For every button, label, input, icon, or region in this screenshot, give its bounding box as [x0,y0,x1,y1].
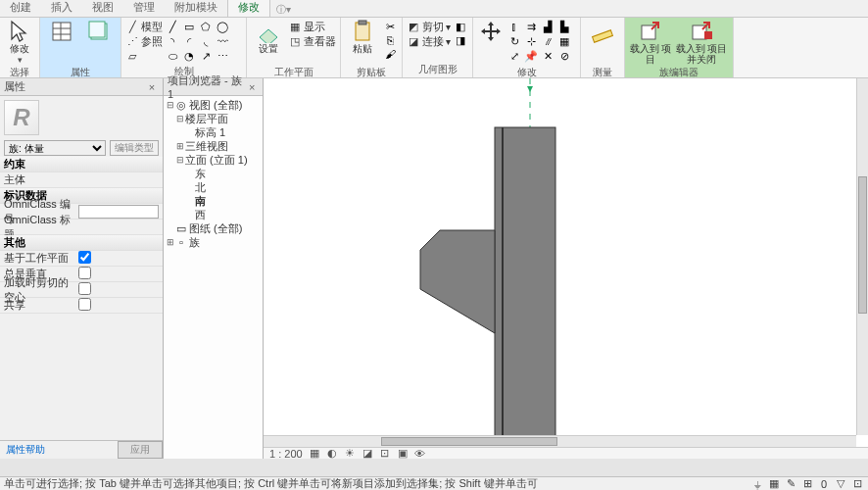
omni-num-input[interactable] [78,205,159,219]
scale-button[interactable]: ⤢ [506,49,522,63]
tab-insert[interactable]: 插入 [41,0,82,17]
split-button[interactable]: ⫽ [540,34,555,48]
unpin-button[interactable]: ✕ [540,49,555,63]
node-sheets[interactable]: ▭图纸 (全部) [166,221,261,235]
node-families[interactable]: ⊞▫族 [166,235,261,249]
mirror-button[interactable]: ▟ [540,20,555,33]
load-into-project-button[interactable]: 载入到 项目 [629,20,672,65]
shadow-icon[interactable]: ◪ [362,449,373,459]
node-3dviews[interactable]: ⊞三维视图 [166,139,261,153]
node-west[interactable]: 西 [166,208,261,221]
status-icon-7[interactable]: ⊡ [850,478,864,490]
node-floorplans[interactable]: ⊟楼层平面 [166,112,261,125]
trim-button[interactable]: ⊹ [523,34,539,48]
tab-addins[interactable]: 附加模块 [165,0,227,17]
node-views[interactable]: ⊟◎视图 (全部) [166,98,261,112]
status-icon-3[interactable]: ✎ [784,478,797,490]
status-icon-1[interactable]: ⏚ [750,478,764,490]
draw-spline[interactable]: 〰 [215,34,230,48]
draw-more[interactable]: ⋯ [215,49,230,63]
tab-manage[interactable]: 管理 [123,0,165,17]
array-button[interactable]: ▦ [556,34,572,48]
node-south[interactable]: 南 [166,194,261,208]
properties-help-link[interactable]: 属性帮助 [0,441,51,459]
draw-circ[interactable]: ◯ [215,20,230,33]
svg-rect-8 [593,30,613,42]
mirror2-button[interactable]: ▙ [556,20,572,33]
family-selector[interactable]: 族: 体量 [4,140,106,156]
family-types-icon [87,20,111,43]
sun-path-icon[interactable]: ☀ [344,449,356,459]
pin-button[interactable]: 📌 [523,49,539,63]
modify-button[interactable]: 修改 [2,20,37,55]
apply-button[interactable]: 应用 [118,441,163,459]
rotate-button[interactable]: ↻ [506,34,522,48]
edit-type-button[interactable]: 编辑类型 [110,140,159,156]
copy-button[interactable]: ⎘ [382,33,398,47]
draw-arc1[interactable]: ◝ [165,34,180,48]
ref-plane-button[interactable]: ▱ [125,49,163,64]
set-workplane-button[interactable]: 设置 [251,20,286,65]
properties-close[interactable]: × [145,81,159,93]
draw-ellipse[interactable]: ⬭ [165,49,180,63]
offset-button[interactable]: ⇉ [523,20,539,33]
always-vert-checkbox[interactable] [78,267,91,279]
tab-create[interactable]: 创建 [0,0,41,17]
tab-view[interactable]: 视图 [82,0,123,17]
status-icon-4[interactable]: ⊞ [800,478,814,490]
panel-label-properties: 属性 [44,65,117,78]
group-constraints[interactable]: 约束 [0,157,163,172]
drawing-canvas[interactable]: 1 : 200 ▦ ◐ ☀ ◪ ⊡ ▣ 👁 [264,78,868,459]
detail-level-icon[interactable]: ▦ [309,449,320,459]
draw-pick[interactable]: ↗ [198,49,214,63]
workplane-based-checkbox[interactable] [78,251,91,264]
properties-button[interactable] [44,20,79,65]
tab-modify[interactable]: 修改 [227,0,270,17]
show-workplane-button[interactable]: ▦显示 [288,20,336,34]
draw-rect[interactable]: ▭ [181,20,197,33]
browser-close[interactable]: × [245,81,259,93]
node-elevations[interactable]: ⊟立面 (立面 1) [166,153,261,167]
paste-button[interactable]: 粘贴 [345,20,380,65]
help-icon[interactable]: ⓘ▾ [276,3,291,17]
match-button[interactable]: 🖌 [382,47,398,61]
measure-button[interactable] [585,20,620,65]
scale-display[interactable]: 1 : 200 [269,448,303,460]
crop-icon[interactable]: ⊡ [379,449,391,459]
draw-poly[interactable]: ⬠ [198,20,214,33]
draw-line[interactable]: ╱ [165,20,180,33]
draw-arc2[interactable]: ◜ [181,34,197,48]
canvas-scrollbar-h[interactable] [264,435,856,447]
status-icon-5[interactable]: 0 [817,478,831,490]
join-geom-button[interactable]: ◪连接 ▾ [407,34,451,49]
panel-label-clipboard: 剪贴板 [345,65,398,78]
status-icon-2[interactable]: ▦ [767,478,781,490]
move-button[interactable] [477,20,505,65]
align-button[interactable]: ⫿ [506,20,522,33]
geom-tool-1[interactable]: ◧ [453,20,468,33]
status-icon-6[interactable]: ▽ [834,478,847,490]
group-other[interactable]: 其他 [0,235,163,251]
family-types-button[interactable] [81,20,117,65]
node-east[interactable]: 东 [166,167,261,180]
viewer-button[interactable]: ◳查看器 [288,34,336,49]
shared-checkbox[interactable] [78,298,91,311]
node-level1[interactable]: 标高 1 [166,125,261,139]
cut-geom-button[interactable]: ◩剪切 ▾ [407,20,451,34]
load-icon [639,20,662,43]
geom-tool-2[interactable]: ◨ [453,33,468,47]
cut-button[interactable]: ✂ [382,20,398,33]
hide-icon[interactable]: 👁 [414,449,426,459]
cut-voids-checkbox[interactable] [78,282,91,295]
load-into-project-close-button[interactable]: 载入到 项目并关闭 [674,20,729,65]
canvas-scrollbar-v[interactable] [856,78,868,435]
visual-style-icon[interactable]: ◐ [326,449,338,459]
ref-line-button[interactable]: ⋰参照 [125,34,163,49]
properties-type-selector[interactable]: R [0,96,163,139]
draw-partial[interactable]: ◔ [181,49,197,63]
model-line-button[interactable]: ╱模型 [125,20,163,34]
draw-arc3[interactable]: ◟ [198,34,214,48]
crop-region-icon[interactable]: ▣ [397,449,409,459]
node-north[interactable]: 北 [166,180,261,194]
delete-button[interactable]: ⊘ [556,49,572,63]
